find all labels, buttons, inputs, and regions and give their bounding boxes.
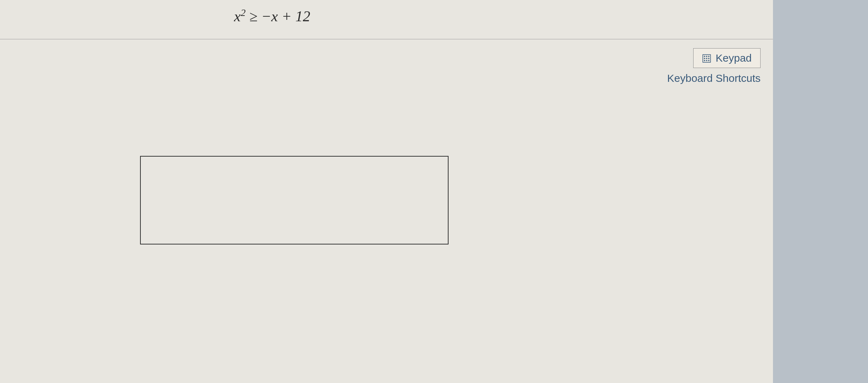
answer-input[interactable] [140, 156, 449, 244]
svg-rect-7 [704, 60, 705, 61]
svg-rect-4 [704, 58, 705, 59]
keyboard-shortcuts-link[interactable]: Keyboard Shortcuts [667, 72, 761, 84]
svg-rect-9 [708, 60, 710, 61]
keypad-button[interactable]: Keypad [693, 48, 761, 68]
equation-lhs-exp: 2 [241, 7, 246, 18]
equation-rhs: −x + 12 [261, 8, 310, 24]
keypad-icon [702, 53, 711, 63]
svg-rect-8 [706, 60, 707, 61]
keypad-button-label: Keypad [716, 52, 752, 64]
content-area: x2 ≥ −x + 12 Keypad [0, 0, 773, 383]
equation-lhs-var: x [234, 8, 241, 24]
svg-rect-5 [706, 58, 707, 59]
tools-row: Keypad Keyboard Shortcuts [0, 39, 773, 84]
svg-rect-6 [708, 58, 710, 59]
svg-rect-1 [704, 56, 705, 57]
svg-rect-2 [706, 56, 707, 57]
svg-rect-3 [708, 56, 710, 57]
inequality-equation: x2 ≥ −x + 12 [0, 0, 773, 39]
equation-operator: ≥ [249, 8, 257, 24]
